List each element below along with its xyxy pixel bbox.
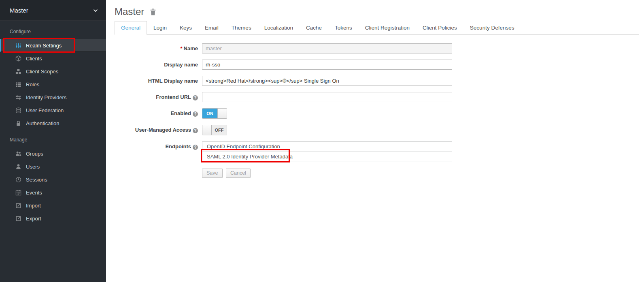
tab-client-registration[interactable]: Client Registration [359,21,416,35]
tab-keys[interactable]: Keys [173,21,198,35]
sidebar-item-label: Realm Settings [26,43,62,49]
sidebar-item-label: Authentication [26,120,59,126]
sliders-icon [15,42,21,49]
user-icon [15,163,21,170]
trash-icon [150,9,156,15]
tab-login[interactable]: Login [147,21,173,35]
sidebar-item-label: Identity Providers [26,94,66,100]
tab-cache[interactable]: Cache [300,21,328,35]
saml-metadata-link[interactable]: SAML 2.0 Identity Provider Metadata [202,152,452,162]
chevron-down-icon [93,9,98,12]
required-asterisk: * [181,45,183,51]
help-icon[interactable]: ? [193,111,198,117]
sidebar-item-clients[interactable]: Clients [0,52,106,65]
tab-security-defenses[interactable]: Security Defenses [463,21,521,35]
sidebar-section-configure: Configure [0,21,106,39]
sidebar-item-sessions[interactable]: Sessions [0,173,106,186]
sidebar-item-label: Groups [26,151,43,157]
toggle-on-label: ON [202,109,217,118]
sidebar-item-identity-providers[interactable]: Identity Providers [0,91,106,104]
sidebar-item-export[interactable]: Export [0,212,106,225]
endpoints-label: Endpoints? [115,141,202,162]
realm-tabs: General Login Keys Email Themes Localiza… [115,21,639,35]
toggle-off-label: OFF [212,125,227,135]
save-button[interactable]: Save [202,169,223,178]
sidebar-item-import[interactable]: Import [0,199,106,212]
import-icon [15,202,21,209]
html-display-name-label: HTML Display name [115,76,202,86]
name-label: *Name [115,43,202,53]
frontend-url-input[interactable] [202,92,452,102]
list-icon [15,81,21,88]
tab-tokens[interactable]: Tokens [328,21,359,35]
tab-client-policies[interactable]: Client Policies [416,21,463,35]
tab-themes[interactable]: Themes [225,21,258,35]
realm-selector[interactable]: Master [0,0,106,21]
lock-icon [15,120,21,126]
user-managed-access-toggle[interactable]: OFF [202,125,227,135]
sidebar-item-authentication[interactable]: Authentication [0,117,106,130]
users-icon [15,150,21,157]
sidebar-item-label: User Federation [26,107,64,113]
calendar-icon [15,189,21,196]
enabled-label: Enabled? [115,108,202,119]
sidebar-item-realm-settings[interactable]: Realm Settings [0,39,106,52]
display-name-input[interactable] [202,60,452,70]
display-name-label: Display name [115,60,202,70]
delete-realm-button[interactable] [150,9,156,15]
realm-selector-label: Master [10,7,93,14]
sidebar-item-groups[interactable]: Groups [0,147,106,160]
user-managed-access-label: User-Managed Access? [115,125,202,135]
name-input[interactable] [202,43,452,53]
page-title: Master [115,6,144,17]
sidebar: Master Configure Realm Settings Clients [0,0,106,282]
clock-icon [15,176,21,183]
sidebar-item-users[interactable]: Users [0,160,106,173]
toggle-handle [202,125,212,135]
sidebar-section-manage: Manage [0,130,106,147]
cubes-icon [15,68,21,75]
main-content: Master General Login Keys Email Themes L… [106,0,644,282]
html-display-name-input[interactable] [202,76,452,86]
sidebar-item-label: Sessions [26,177,47,183]
sidebar-item-events[interactable]: Events [0,186,106,199]
sidebar-item-label: Client Scopes [26,68,58,75]
tab-localization[interactable]: Localization [258,21,300,35]
realm-general-form: *Name Display name HTML Display name Fro… [115,43,639,178]
tab-email[interactable]: Email [198,21,225,35]
cube-icon [15,55,21,62]
sidebar-item-label: Import [26,203,41,209]
exchange-icon [15,94,21,100]
sidebar-item-user-federation[interactable]: User Federation [0,104,106,117]
sidebar-item-label: Users [26,164,40,170]
tab-general[interactable]: General [115,21,147,35]
help-icon[interactable]: ? [193,145,198,150]
enabled-toggle[interactable]: ON [202,108,227,119]
help-icon[interactable]: ? [193,95,198,100]
sidebar-item-label: Clients [26,56,42,62]
endpoints-list: OpenID Endpoint Configuration SAML 2.0 I… [202,141,452,162]
sidebar-item-label: Export [26,216,41,222]
sidebar-item-client-scopes[interactable]: Client Scopes [0,65,106,78]
toggle-handle [217,109,227,118]
sidebar-item-label: Roles [26,81,39,88]
sidebar-item-roles[interactable]: Roles [0,78,106,91]
export-icon [15,215,21,222]
frontend-url-label: Frontend URL? [115,92,202,102]
openid-endpoint-link[interactable]: OpenID Endpoint Configuration [202,141,452,152]
sidebar-item-label: Events [26,190,42,196]
help-icon[interactable]: ? [193,128,198,133]
cancel-button[interactable]: Cancel [226,169,251,178]
database-icon [15,107,21,113]
